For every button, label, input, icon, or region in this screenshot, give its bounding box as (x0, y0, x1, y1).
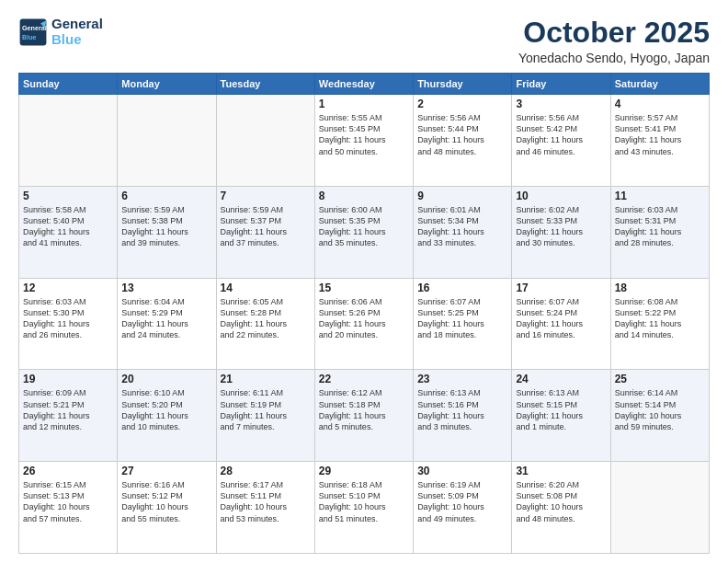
calendar-cell (216, 95, 314, 187)
calendar-week-row: 19Sunrise: 6:09 AM Sunset: 5:21 PM Dayli… (19, 370, 710, 462)
calendar-table: SundayMondayTuesdayWednesdayThursdayFrid… (18, 73, 710, 554)
calendar-cell: 30Sunrise: 6:19 AM Sunset: 5:09 PM Dayli… (414, 462, 512, 554)
day-info: Sunrise: 6:04 AM Sunset: 5:29 PM Dayligh… (121, 296, 211, 341)
day-info: Sunrise: 6:10 AM Sunset: 5:20 PM Dayligh… (121, 387, 211, 432)
logo: General Blue General Blue (18, 17, 103, 47)
day-number: 8 (319, 190, 409, 202)
calendar-cell: 2Sunrise: 5:56 AM Sunset: 5:44 PM Daylig… (414, 95, 512, 187)
day-info: Sunrise: 6:11 AM Sunset: 5:19 PM Dayligh… (221, 387, 311, 432)
day-info: Sunrise: 6:00 AM Sunset: 5:35 PM Dayligh… (319, 204, 409, 249)
day-info: Sunrise: 5:55 AM Sunset: 5:45 PM Dayligh… (319, 112, 409, 157)
day-number: 5 (23, 190, 113, 202)
logo-icon: General Blue (18, 17, 48, 47)
day-info: Sunrise: 6:18 AM Sunset: 5:10 PM Dayligh… (319, 479, 409, 524)
calendar-cell: 11Sunrise: 6:03 AM Sunset: 5:31 PM Dayli… (610, 186, 709, 278)
day-number: 26 (23, 465, 113, 477)
day-number: 18 (615, 282, 705, 294)
day-number: 29 (319, 465, 409, 477)
calendar-cell: 15Sunrise: 6:06 AM Sunset: 5:26 PM Dayli… (314, 278, 413, 370)
day-info: Sunrise: 6:13 AM Sunset: 5:16 PM Dayligh… (417, 387, 507, 432)
calendar-cell: 29Sunrise: 6:18 AM Sunset: 5:10 PM Dayli… (314, 462, 413, 554)
day-number: 17 (516, 282, 606, 294)
day-number: 3 (516, 98, 606, 110)
weekday-header-wednesday: Wednesday (314, 74, 413, 95)
day-info: Sunrise: 6:02 AM Sunset: 5:33 PM Dayligh… (516, 204, 606, 249)
weekday-header-friday: Friday (512, 74, 610, 95)
title-block: October 2025 Yonedacho Sendo, Hyogo, Jap… (518, 17, 710, 65)
weekday-header-thursday: Thursday (414, 74, 512, 95)
day-info: Sunrise: 6:19 AM Sunset: 5:09 PM Dayligh… (417, 479, 507, 524)
day-number: 7 (221, 190, 311, 202)
day-number: 31 (516, 465, 606, 477)
day-info: Sunrise: 5:57 AM Sunset: 5:41 PM Dayligh… (615, 112, 705, 157)
day-number: 6 (121, 190, 211, 202)
calendar-cell: 22Sunrise: 6:12 AM Sunset: 5:18 PM Dayli… (314, 370, 413, 462)
calendar-cell: 7Sunrise: 5:59 AM Sunset: 5:37 PM Daylig… (216, 186, 314, 278)
day-info: Sunrise: 6:01 AM Sunset: 5:34 PM Dayligh… (417, 204, 507, 249)
calendar-cell: 25Sunrise: 6:14 AM Sunset: 5:14 PM Dayli… (610, 370, 709, 462)
calendar-cell: 14Sunrise: 6:05 AM Sunset: 5:28 PM Dayli… (216, 278, 314, 370)
calendar-week-row: 26Sunrise: 6:15 AM Sunset: 5:13 PM Dayli… (19, 462, 710, 554)
calendar-cell: 28Sunrise: 6:17 AM Sunset: 5:11 PM Dayli… (216, 462, 314, 554)
day-number: 1 (319, 98, 409, 110)
day-number: 22 (319, 373, 409, 385)
header: General Blue General Blue October 2025 Y… (18, 17, 710, 65)
day-info: Sunrise: 6:03 AM Sunset: 5:30 PM Dayligh… (23, 296, 113, 341)
day-number: 11 (615, 190, 705, 202)
logo-text: General Blue (51, 17, 103, 47)
calendar-cell: 24Sunrise: 6:13 AM Sunset: 5:15 PM Dayli… (512, 370, 610, 462)
svg-text:Blue: Blue (22, 33, 37, 41)
weekday-header-tuesday: Tuesday (216, 74, 314, 95)
day-number: 28 (221, 465, 311, 477)
day-info: Sunrise: 5:58 AM Sunset: 5:40 PM Dayligh… (23, 204, 113, 249)
day-info: Sunrise: 6:07 AM Sunset: 5:25 PM Dayligh… (417, 296, 507, 341)
day-number: 27 (121, 465, 211, 477)
calendar-week-row: 12Sunrise: 6:03 AM Sunset: 5:30 PM Dayli… (19, 278, 710, 370)
calendar-cell: 20Sunrise: 6:10 AM Sunset: 5:20 PM Dayli… (118, 370, 216, 462)
day-info: Sunrise: 5:56 AM Sunset: 5:44 PM Dayligh… (417, 112, 507, 157)
calendar-week-row: 5Sunrise: 5:58 AM Sunset: 5:40 PM Daylig… (19, 186, 710, 278)
calendar-cell: 5Sunrise: 5:58 AM Sunset: 5:40 PM Daylig… (19, 186, 118, 278)
calendar-cell: 3Sunrise: 5:56 AM Sunset: 5:42 PM Daylig… (512, 95, 610, 187)
day-number: 12 (23, 282, 113, 294)
day-info: Sunrise: 5:56 AM Sunset: 5:42 PM Dayligh… (516, 112, 606, 157)
day-number: 14 (221, 282, 311, 294)
page: General Blue General Blue October 2025 Y… (0, 0, 728, 563)
weekday-header-row: SundayMondayTuesdayWednesdayThursdayFrid… (19, 74, 710, 95)
day-info: Sunrise: 6:14 AM Sunset: 5:14 PM Dayligh… (615, 387, 705, 432)
weekday-header-monday: Monday (118, 74, 216, 95)
calendar-cell: 1Sunrise: 5:55 AM Sunset: 5:45 PM Daylig… (314, 95, 413, 187)
subtitle: Yonedacho Sendo, Hyogo, Japan (518, 51, 710, 65)
calendar-cell: 26Sunrise: 6:15 AM Sunset: 5:13 PM Dayli… (19, 462, 118, 554)
calendar-cell: 27Sunrise: 6:16 AM Sunset: 5:12 PM Dayli… (118, 462, 216, 554)
day-number: 2 (417, 98, 507, 110)
day-info: Sunrise: 6:05 AM Sunset: 5:28 PM Dayligh… (221, 296, 311, 341)
day-number: 16 (417, 282, 507, 294)
day-number: 23 (417, 373, 507, 385)
day-info: Sunrise: 6:15 AM Sunset: 5:13 PM Dayligh… (23, 479, 113, 524)
weekday-header-sunday: Sunday (19, 74, 118, 95)
day-info: Sunrise: 6:07 AM Sunset: 5:24 PM Dayligh… (516, 296, 606, 341)
day-info: Sunrise: 6:16 AM Sunset: 5:12 PM Dayligh… (121, 479, 211, 524)
calendar-cell: 21Sunrise: 6:11 AM Sunset: 5:19 PM Dayli… (216, 370, 314, 462)
calendar-cell: 6Sunrise: 5:59 AM Sunset: 5:38 PM Daylig… (118, 186, 216, 278)
calendar-week-row: 1Sunrise: 5:55 AM Sunset: 5:45 PM Daylig… (19, 95, 710, 187)
calendar-cell: 19Sunrise: 6:09 AM Sunset: 5:21 PM Dayli… (19, 370, 118, 462)
calendar-cell: 23Sunrise: 6:13 AM Sunset: 5:16 PM Dayli… (414, 370, 512, 462)
day-number: 10 (516, 190, 606, 202)
day-number: 30 (417, 465, 507, 477)
day-number: 4 (615, 98, 705, 110)
day-number: 19 (23, 373, 113, 385)
day-info: Sunrise: 5:59 AM Sunset: 5:38 PM Dayligh… (121, 204, 211, 249)
day-number: 20 (121, 373, 211, 385)
day-info: Sunrise: 6:12 AM Sunset: 5:18 PM Dayligh… (319, 387, 409, 432)
day-number: 21 (221, 373, 311, 385)
calendar-cell (19, 95, 118, 187)
day-number: 25 (615, 373, 705, 385)
month-title: October 2025 (518, 17, 710, 49)
calendar-cell: 9Sunrise: 6:01 AM Sunset: 5:34 PM Daylig… (414, 186, 512, 278)
day-number: 24 (516, 373, 606, 385)
calendar-cell: 17Sunrise: 6:07 AM Sunset: 5:24 PM Dayli… (512, 278, 610, 370)
day-info: Sunrise: 6:20 AM Sunset: 5:08 PM Dayligh… (516, 479, 606, 524)
calendar-cell (118, 95, 216, 187)
